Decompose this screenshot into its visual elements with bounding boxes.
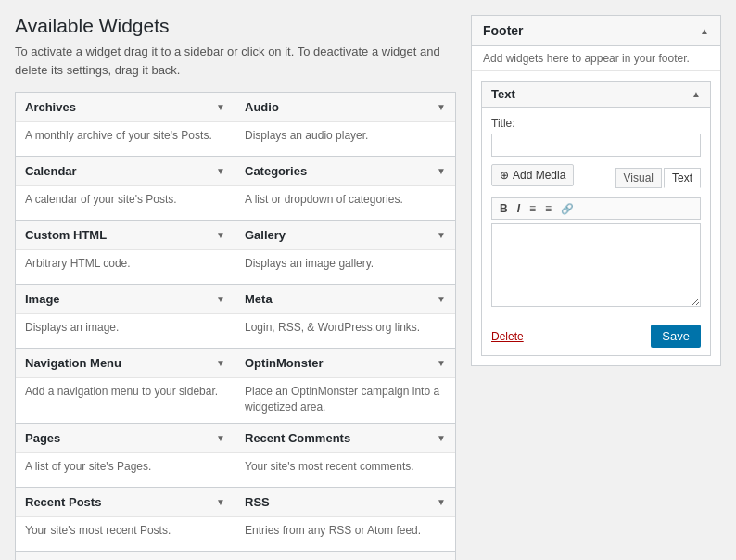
widget-item-search[interactable]: Search ▼ A search form for your site.: [16, 552, 235, 560]
widget-item-audio[interactable]: Audio ▼ Displays an audio player.: [235, 93, 455, 157]
widget-name-recent-comments: Recent Comments: [245, 431, 350, 445]
widget-name-meta: Meta: [245, 292, 273, 306]
widget-desc-archives: A monthly archive of your site's Posts.: [16, 122, 235, 156]
widget-desc-meta: Login, RSS, & WordPress.org links.: [235, 314, 455, 348]
footer-subtitle: Add widgets here to appear in your foote…: [472, 46, 720, 71]
text-widget-collapse-icon[interactable]: ▲: [692, 89, 701, 99]
widget-desc-image: Displays an image.: [16, 314, 235, 348]
widget-header-audio[interactable]: Audio ▼: [235, 93, 455, 122]
widget-chevron-custom-html: ▼: [216, 230, 225, 240]
widget-item-categories[interactable]: Categories ▼ A list or dropdown of categ…: [235, 157, 455, 221]
editor-tabs: Visual Text: [615, 168, 701, 188]
widget-header-pages[interactable]: Pages ▼: [16, 424, 235, 453]
widget-name-audio: Audio: [245, 100, 279, 114]
tab-visual[interactable]: Visual: [615, 168, 662, 188]
widget-item-image[interactable]: Image ▼ Displays an image.: [16, 285, 235, 349]
widget-item-pages[interactable]: Pages ▼ A list of your site's Pages.: [16, 424, 235, 488]
save-button[interactable]: Save: [651, 325, 701, 348]
link-button[interactable]: 🔗: [557, 201, 577, 217]
widget-chevron-audio: ▼: [437, 102, 446, 112]
title-label: Title:: [491, 117, 701, 130]
widget-chevron-rss: ▼: [437, 497, 446, 507]
widget-header-search[interactable]: Search ▼: [16, 552, 235, 560]
bold-button[interactable]: B: [496, 200, 512, 217]
format-toolbar: B I ≡ ≡ 🔗: [491, 197, 701, 220]
widget-desc-gallery: Displays an image gallery.: [235, 250, 455, 284]
widget-header-archives[interactable]: Archives ▼: [16, 93, 235, 122]
widget-item-recent-posts[interactable]: Recent Posts ▼ Your site's most recent P…: [16, 488, 235, 552]
tab-text[interactable]: Text: [664, 168, 701, 188]
widget-item-calendar[interactable]: Calendar ▼ A calendar of your site's Pos…: [16, 157, 235, 221]
widget-chevron-image: ▼: [216, 294, 225, 304]
footer-header[interactable]: Footer ▲: [472, 16, 720, 46]
widget-header-rss[interactable]: RSS ▼: [235, 488, 455, 517]
text-widget: Text ▲ Title: ⊕ Add Media: [481, 81, 711, 356]
widget-desc-categories: A list or dropdown of categories.: [235, 186, 455, 220]
available-widgets-panel: Available Widgets To activate a widget d…: [15, 15, 456, 560]
widget-chevron-categories: ▼: [437, 166, 446, 176]
widget-header-tag-cloud[interactable]: Tag Cloud ▼: [235, 552, 455, 560]
widget-chevron-gallery: ▼: [437, 230, 446, 240]
widget-header-optinmonster[interactable]: OptinMonster ▼: [235, 349, 455, 378]
widget-chevron-calendar: ▼: [216, 166, 225, 176]
page-title: Available Widgets: [15, 15, 456, 37]
widget-item-recent-comments[interactable]: Recent Comments ▼ Your site's most recen…: [235, 424, 455, 488]
widget-chevron-navigation-menu: ▼: [216, 358, 225, 368]
widget-chevron-optinmonster: ▼: [437, 358, 446, 368]
widget-name-rss: RSS: [245, 495, 270, 509]
widget-chevron-pages: ▼: [216, 433, 225, 443]
widget-chevron-recent-comments: ▼: [437, 433, 446, 443]
widget-desc-pages: A list of your site's Pages.: [16, 453, 235, 487]
add-media-row: ⊕ Add Media: [491, 164, 574, 186]
widget-header-recent-posts[interactable]: Recent Posts ▼: [16, 488, 235, 517]
italic-button[interactable]: I: [514, 200, 524, 217]
widget-item-rss[interactable]: RSS ▼ Entries from any RSS or Atom feed.: [235, 488, 455, 552]
widget-header-navigation-menu[interactable]: Navigation Menu ▼: [16, 349, 235, 378]
widget-item-optinmonster[interactable]: OptinMonster ▼ Place an OptinMonster cam…: [235, 349, 455, 424]
text-widget-header[interactable]: Text ▲: [482, 82, 710, 108]
widget-item-meta[interactable]: Meta ▼ Login, RSS, & WordPress.org links…: [235, 285, 455, 349]
delete-button[interactable]: Delete: [491, 330, 524, 343]
widget-item-navigation-menu[interactable]: Navigation Menu ▼ Add a navigation menu …: [16, 349, 235, 424]
footer-box: Footer ▲ Add widgets here to appear in y…: [471, 15, 721, 366]
widget-name-calendar: Calendar: [25, 164, 77, 178]
text-area[interactable]: [491, 223, 701, 307]
widget-name-optinmonster: OptinMonster: [245, 356, 324, 370]
widget-header-gallery[interactable]: Gallery ▼: [235, 221, 455, 250]
widget-name-navigation-menu: Navigation Menu: [25, 356, 121, 370]
widget-header-calendar[interactable]: Calendar ▼: [16, 157, 235, 186]
footer-collapse-icon[interactable]: ▲: [700, 26, 709, 36]
widget-desc-recent-comments: Your site's most recent comments.: [235, 453, 455, 487]
ul-button[interactable]: ≡: [526, 200, 539, 217]
widgets-grid: Archives ▼ A monthly archive of your sit…: [15, 92, 456, 560]
widget-chevron-recent-posts: ▼: [216, 497, 225, 507]
widget-desc-optinmonster: Place an OptinMonster campaign into a wi…: [235, 378, 455, 423]
widget-chevron-archives: ▼: [216, 102, 225, 112]
page-description: To activate a widget drag it to a sideba…: [15, 43, 456, 79]
text-widget-body: Title: ⊕ Add Media Visual Text: [482, 108, 710, 319]
add-media-label: Add Media: [513, 169, 565, 182]
widget-name-image: Image: [25, 292, 60, 306]
widget-chevron-meta: ▼: [437, 294, 446, 304]
widget-name-gallery: Gallery: [245, 228, 286, 242]
add-media-button[interactable]: ⊕ Add Media: [491, 164, 574, 186]
widget-desc-calendar: A calendar of your site's Posts.: [16, 186, 235, 220]
ol-button[interactable]: ≡: [541, 200, 555, 217]
widget-item-tag-cloud[interactable]: Tag Cloud ▼ A cloud of your most used ta…: [235, 552, 455, 560]
footer-title: Footer: [483, 23, 524, 38]
title-input[interactable]: [491, 134, 701, 157]
widget-desc-custom-html: Arbitrary HTML code.: [16, 250, 235, 284]
widget-item-archives[interactable]: Archives ▼ A monthly archive of your sit…: [16, 93, 235, 157]
widget-item-custom-html[interactable]: Custom HTML ▼ Arbitrary HTML code.: [16, 221, 235, 285]
widget-header-custom-html[interactable]: Custom HTML ▼: [16, 221, 235, 250]
widget-header-image[interactable]: Image ▼: [16, 285, 235, 314]
widget-desc-rss: Entries from any RSS or Atom feed.: [235, 517, 455, 551]
widget-header-meta[interactable]: Meta ▼: [235, 285, 455, 314]
widget-header-categories[interactable]: Categories ▼: [235, 157, 455, 186]
widget-header-recent-comments[interactable]: Recent Comments ▼: [235, 424, 455, 453]
widget-desc-navigation-menu: Add a navigation menu to your sidebar.: [16, 378, 235, 412]
add-media-icon: ⊕: [500, 169, 509, 182]
widget-item-gallery[interactable]: Gallery ▼ Displays an image gallery.: [235, 221, 455, 285]
footer-sidebar: Footer ▲ Add widgets here to appear in y…: [471, 15, 721, 560]
widget-actions: Delete Save: [482, 319, 710, 355]
